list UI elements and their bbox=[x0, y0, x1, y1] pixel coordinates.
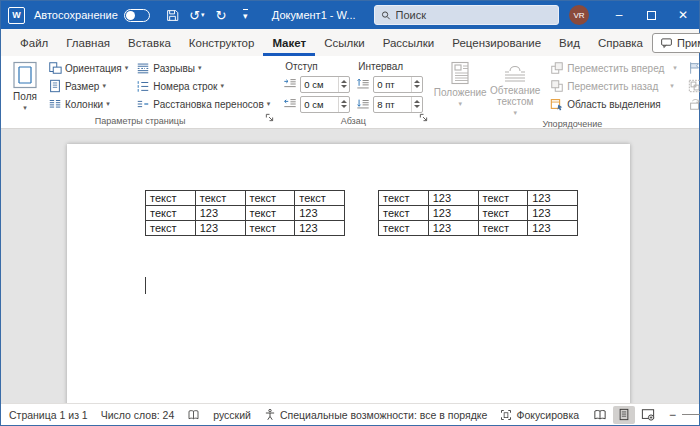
send-backward-button[interactable]: Переместить назад ▾ bbox=[548, 77, 679, 95]
redo-button[interactable]: ↻ bbox=[210, 4, 232, 26]
columns-button[interactable]: Колонки ▾ bbox=[46, 95, 130, 113]
accessibility-status[interactable]: Специальные возможности: все в порядке bbox=[264, 408, 487, 421]
table-cell[interactable]: 123 bbox=[295, 206, 345, 221]
word-window: W Автосохранение ↺▾ ↻ ▾ Документ1 - W...… bbox=[0, 0, 700, 426]
indent-right-field[interactable]: 0 см bbox=[300, 96, 350, 113]
table-cell[interactable]: текст bbox=[379, 206, 429, 221]
size-button[interactable]: Размер ▾ bbox=[46, 77, 130, 95]
redo-icon: ↻ bbox=[215, 8, 226, 23]
tab-view[interactable]: Вид bbox=[550, 30, 589, 56]
indent-left-spinner[interactable] bbox=[338, 77, 349, 92]
zoom-out-button[interactable]: − bbox=[669, 408, 676, 422]
margins-button[interactable]: Поля ▾ bbox=[8, 59, 42, 114]
table-cell[interactable]: текст bbox=[146, 191, 196, 206]
close-button[interactable]: ✕ bbox=[667, 1, 699, 29]
table-cell[interactable]: текст bbox=[245, 191, 295, 206]
table-cell[interactable]: текст bbox=[146, 206, 196, 221]
dialog-launcher-icon bbox=[265, 113, 274, 122]
minimize-button[interactable]: – bbox=[603, 1, 635, 29]
table-cell[interactable]: 123 bbox=[428, 206, 478, 221]
paragraph-dialog-launcher[interactable] bbox=[419, 108, 428, 126]
tab-design[interactable]: Конструктор bbox=[180, 30, 264, 56]
table-cell[interactable]: 123 bbox=[195, 206, 245, 221]
tab-home[interactable]: Главная bbox=[57, 30, 119, 56]
table-cell[interactable]: 123 bbox=[528, 206, 578, 221]
hyphenation-button[interactable]: Расстановка переносов ▾ bbox=[134, 95, 272, 113]
table-cell[interactable]: текст bbox=[245, 206, 295, 221]
right-table[interactable]: текст 123 текст 123 текст 123 текст 123 … bbox=[378, 190, 578, 236]
tab-file[interactable]: Файл bbox=[11, 30, 57, 56]
zoom-slider[interactable] bbox=[682, 414, 700, 415]
spacing-before-field[interactable]: 0 пт bbox=[373, 76, 423, 93]
document-area[interactable]: текст текст текст текст текст 123 текст … bbox=[1, 129, 699, 403]
selection-pane-button[interactable]: Область выделения bbox=[548, 95, 679, 113]
rotate-button[interactable]: ▾ bbox=[686, 95, 700, 113]
search-input[interactable] bbox=[396, 9, 552, 21]
accessibility-icon bbox=[264, 408, 276, 421]
table-cell[interactable]: текст bbox=[295, 191, 345, 206]
orientation-button[interactable]: Ориентация ▾ bbox=[46, 59, 130, 77]
spacing-before-spinner[interactable] bbox=[411, 77, 422, 92]
group-objects-button[interactable]: ▾ bbox=[686, 77, 700, 95]
indent-right-spinner[interactable] bbox=[338, 97, 349, 112]
page-setup-dialog-launcher[interactable] bbox=[265, 108, 274, 126]
tab-mailings[interactable]: Рассылки bbox=[374, 30, 444, 56]
print-layout-button[interactable] bbox=[613, 406, 635, 424]
save-button[interactable] bbox=[162, 4, 184, 26]
word-app-icon[interactable]: W bbox=[8, 7, 25, 24]
table-cell[interactable]: 123 bbox=[428, 191, 478, 206]
position-button[interactable]: Положение ▾ bbox=[434, 59, 486, 110]
focus-mode-button[interactable]: Фокусировка bbox=[500, 409, 579, 421]
table-cell[interactable]: текст bbox=[379, 221, 429, 236]
wrap-text-button[interactable]: Обтекание текстом ▾ bbox=[486, 59, 544, 119]
undo-button[interactable]: ↺▾ bbox=[186, 4, 208, 26]
table-row: текст 123 текст 123 bbox=[146, 221, 345, 236]
align-button[interactable]: ▾ bbox=[686, 59, 700, 77]
indent-left-icon bbox=[283, 77, 297, 91]
indent-left-value: 0 см bbox=[301, 77, 338, 92]
document-page[interactable]: текст текст текст текст текст 123 текст … bbox=[67, 144, 630, 403]
spacing-before-icon bbox=[356, 77, 370, 91]
language-selector[interactable]: русский bbox=[213, 409, 251, 421]
tab-references[interactable]: Ссылки bbox=[315, 30, 374, 56]
tab-help[interactable]: Справка bbox=[589, 30, 652, 56]
table-cell[interactable]: 123 bbox=[428, 221, 478, 236]
indent-left-field[interactable]: 0 см bbox=[300, 76, 350, 93]
left-table[interactable]: текст текст текст текст текст 123 текст … bbox=[145, 190, 345, 236]
print-layout-icon bbox=[618, 408, 630, 421]
bring-forward-button[interactable]: Переместить вперед ▾ bbox=[548, 59, 679, 77]
indent-column: Отступ 0 см 0 см bbox=[283, 59, 350, 114]
table-cell[interactable]: 123 bbox=[528, 191, 578, 206]
table-cell[interactable]: 123 bbox=[195, 221, 245, 236]
word-count[interactable]: Число слов: 24 bbox=[101, 409, 175, 421]
read-mode-button[interactable] bbox=[589, 406, 611, 424]
table-cell[interactable]: текст bbox=[379, 191, 429, 206]
table-cell[interactable]: текст bbox=[245, 221, 295, 236]
spacing-after-field[interactable]: 8 пт bbox=[373, 96, 423, 113]
page-indicator[interactable]: Страница 1 из 1 bbox=[9, 409, 88, 421]
web-layout-button[interactable] bbox=[637, 406, 659, 424]
maximize-button[interactable] bbox=[635, 1, 667, 29]
table-row: текст 123 текст 123 bbox=[146, 206, 345, 221]
indent-right-icon bbox=[283, 97, 297, 111]
table-cell[interactable]: текст bbox=[195, 191, 245, 206]
breaks-button[interactable]: Разрывы ▾ bbox=[134, 59, 272, 77]
quick-access-menu-button[interactable]: ▾ bbox=[234, 4, 256, 26]
table-cell[interactable]: текст bbox=[478, 206, 528, 221]
tab-review[interactable]: Рецензирование bbox=[443, 30, 550, 56]
comments-button[interactable]: Примечания bbox=[652, 33, 700, 53]
line-numbers-button[interactable]: Номера строк ▾ bbox=[134, 77, 272, 95]
table-cell[interactable]: текст bbox=[478, 191, 528, 206]
avatar[interactable]: VR bbox=[569, 5, 589, 25]
search-box[interactable] bbox=[374, 5, 559, 25]
table-cell[interactable]: 123 bbox=[528, 221, 578, 236]
tab-layout[interactable]: Макет bbox=[263, 30, 315, 56]
proofing-status[interactable] bbox=[187, 409, 200, 421]
table-cell[interactable]: текст bbox=[478, 221, 528, 236]
autosave-toggle[interactable] bbox=[124, 9, 150, 22]
table-cell[interactable]: текст bbox=[146, 221, 196, 236]
table-cell[interactable]: 123 bbox=[295, 221, 345, 236]
chevron-down-icon: ▾ bbox=[673, 64, 677, 72]
page-indicator-label: Страница 1 из 1 bbox=[9, 409, 88, 421]
tab-insert[interactable]: Вставка bbox=[119, 30, 180, 56]
